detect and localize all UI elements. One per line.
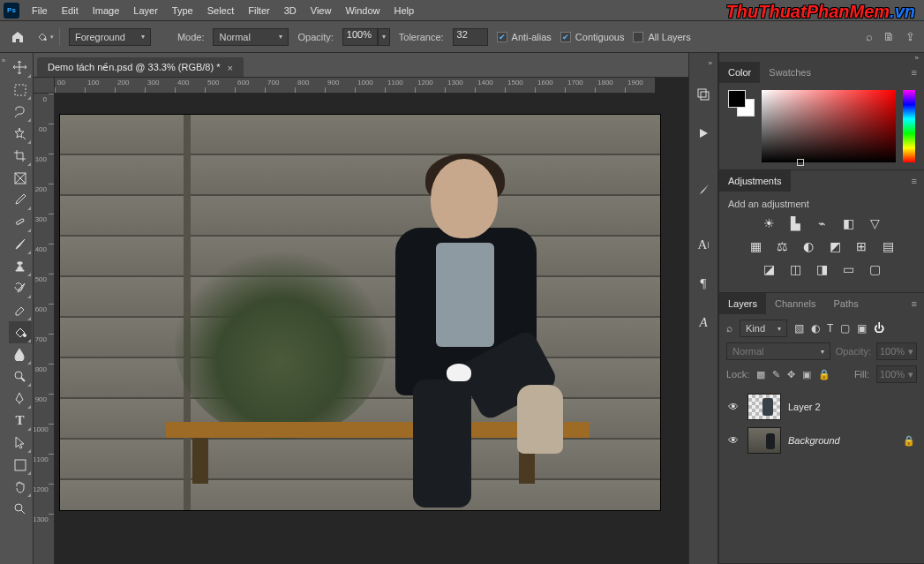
tab-channels[interactable]: Channels xyxy=(766,293,824,314)
layer-fill-input[interactable]: 100%▾ xyxy=(876,365,917,383)
layer-name[interactable]: Background xyxy=(788,435,840,446)
opacity-input[interactable]: 100% xyxy=(342,28,378,46)
menu-help[interactable]: Help xyxy=(387,0,422,21)
panel-menu-icon[interactable]: ≡ xyxy=(905,298,924,309)
paragraph-icon[interactable]: ¶ xyxy=(701,272,707,295)
layer-thumbnail[interactable] xyxy=(747,394,781,420)
adj-brightness-icon[interactable]: ☀ xyxy=(762,216,776,230)
history-icon[interactable] xyxy=(696,83,710,106)
tool-dodge[interactable] xyxy=(9,365,32,387)
panel-menu-icon[interactable]: ≡ xyxy=(905,67,924,78)
adj-selective-icon[interactable]: ▢ xyxy=(868,262,882,276)
lock-icon[interactable]: 🔒 xyxy=(903,435,915,447)
ruler-vertical[interactable]: 0001002003004005006007008009001000110012… xyxy=(34,94,55,564)
menu-edit[interactable]: Edit xyxy=(55,0,86,21)
tab-color[interactable]: Color xyxy=(719,62,760,83)
tab-swatches[interactable]: Swatches xyxy=(760,62,820,83)
tab-layers[interactable]: Layers xyxy=(719,293,766,314)
tool-crop[interactable] xyxy=(9,145,32,167)
adj-posterize-icon[interactable]: ◫ xyxy=(788,262,802,276)
lock-position-icon[interactable]: ✥ xyxy=(787,369,795,380)
foreground-swatch[interactable] xyxy=(728,90,746,108)
lock-all-icon[interactable]: 🔒 xyxy=(818,369,830,380)
adj-balance-icon[interactable]: ⚖ xyxy=(775,239,789,253)
fill-source-dropdown[interactable]: Foreground▾ xyxy=(69,28,151,46)
tool-path-select[interactable] xyxy=(9,432,32,454)
visibility-icon[interactable]: 👁 xyxy=(728,434,740,447)
tool-hand[interactable] xyxy=(9,476,32,498)
tool-eyedropper[interactable] xyxy=(9,189,32,211)
adj-curves-icon[interactable]: ⌁ xyxy=(815,216,829,230)
adj-hue-icon[interactable]: ▦ xyxy=(748,239,762,253)
tool-type[interactable]: T xyxy=(9,410,32,432)
actions-play-icon[interactable] xyxy=(697,122,710,145)
adj-gradientmap-icon[interactable]: ▭ xyxy=(841,262,855,276)
menu-image[interactable]: Image xyxy=(86,0,127,21)
tool-pen[interactable] xyxy=(9,387,32,410)
panel-menu-icon[interactable]: ≡ xyxy=(905,176,924,186)
menu-select[interactable]: Select xyxy=(200,0,242,21)
filter-smart-icon[interactable]: ▣ xyxy=(857,322,867,335)
blend-mode-dropdown[interactable]: Normal▾ xyxy=(726,342,830,360)
toolbar-collapse-handle[interactable]: » xyxy=(0,53,7,564)
color-field[interactable] xyxy=(762,90,896,162)
layer-filter-kind-dropdown[interactable]: Kind▾ xyxy=(740,320,787,337)
share-doc-icon[interactable]: 🗎 xyxy=(883,30,895,43)
adj-levels-icon[interactable]: ▙ xyxy=(788,216,802,230)
tool-frame[interactable] xyxy=(9,167,32,189)
ruler-horizontal[interactable]: 0010020030040050060070080090010001100120… xyxy=(55,78,655,94)
lock-pixels-icon[interactable]: ✎ xyxy=(772,369,780,380)
visibility-icon[interactable]: 👁 xyxy=(728,401,740,413)
tolerance-input[interactable]: 32 xyxy=(453,28,488,46)
tool-paint-bucket[interactable] xyxy=(9,321,32,343)
canvas[interactable] xyxy=(55,94,688,564)
tool-healing[interactable] xyxy=(9,211,32,233)
adj-vibrance-icon[interactable]: ▽ xyxy=(868,216,882,230)
adj-lookup-icon[interactable]: ▤ xyxy=(881,239,895,253)
lock-transparency-icon[interactable]: ▩ xyxy=(756,369,765,380)
tool-lasso[interactable] xyxy=(9,101,32,123)
tool-eraser[interactable] xyxy=(9,299,32,321)
tool-zoom[interactable] xyxy=(9,498,32,520)
filter-shape-icon[interactable]: ▢ xyxy=(840,322,850,335)
menu-window[interactable]: Window xyxy=(338,0,387,21)
adj-bw-icon[interactable]: ◐ xyxy=(801,239,815,253)
foreground-background-swatch[interactable] xyxy=(728,90,755,117)
antialias-checkbox[interactable]: Anti-alias xyxy=(497,32,552,42)
menu-layer[interactable]: Layer xyxy=(126,0,165,21)
tool-move[interactable] xyxy=(9,56,32,79)
layer-row[interactable]: 👁 Background 🔒 xyxy=(726,424,917,457)
all-layers-checkbox[interactable]: All Layers xyxy=(633,32,690,42)
tab-paths[interactable]: Paths xyxy=(825,293,868,314)
menu-file[interactable]: File xyxy=(25,0,55,21)
close-icon[interactable]: × xyxy=(227,63,232,73)
blend-mode-dropdown[interactable]: Normal▾ xyxy=(213,28,289,46)
ruler-origin[interactable] xyxy=(34,78,55,94)
hue-slider[interactable] xyxy=(903,90,915,162)
share-icon[interactable]: ⇪ xyxy=(905,30,915,43)
adj-invert-icon[interactable]: ◪ xyxy=(762,262,776,276)
adj-threshold-icon[interactable]: ◨ xyxy=(815,262,829,276)
contiguous-checkbox[interactable]: Contiguous xyxy=(560,32,625,42)
layer-opacity-input[interactable]: 100%▾ xyxy=(876,342,917,360)
tab-adjustments[interactable]: Adjustments xyxy=(719,170,791,192)
layer-row[interactable]: 👁 Layer 2 xyxy=(726,390,917,424)
lock-artboard-icon[interactable]: ▣ xyxy=(802,369,811,380)
menu-3d[interactable]: 3D xyxy=(277,0,304,21)
tool-history-brush[interactable] xyxy=(9,277,32,299)
dock-collapse-handle[interactable]: » xyxy=(689,58,717,67)
layer-thumbnail[interactable] xyxy=(747,427,781,454)
tool-stamp[interactable] xyxy=(9,255,32,277)
menu-view[interactable]: View xyxy=(304,0,339,21)
tool-quick-select[interactable] xyxy=(9,123,32,145)
opacity-flyout[interactable]: ▾ xyxy=(378,28,390,46)
character-icon[interactable]: A| xyxy=(698,233,710,256)
panels-collapse-handle[interactable]: » xyxy=(719,53,924,62)
menu-type[interactable]: Type xyxy=(165,0,200,21)
tool-preset-button[interactable]: ▾ xyxy=(37,28,60,46)
glyphs-icon[interactable]: A xyxy=(699,311,707,334)
tool-marquee[interactable] xyxy=(9,79,32,101)
adj-photofilter-icon[interactable]: ◩ xyxy=(828,239,842,253)
document-tab[interactable]: Demo tách nền.psd @ 33.3% (RGB/8) * × xyxy=(37,57,244,77)
filter-toggle-icon[interactable]: ⏻ xyxy=(874,322,884,335)
